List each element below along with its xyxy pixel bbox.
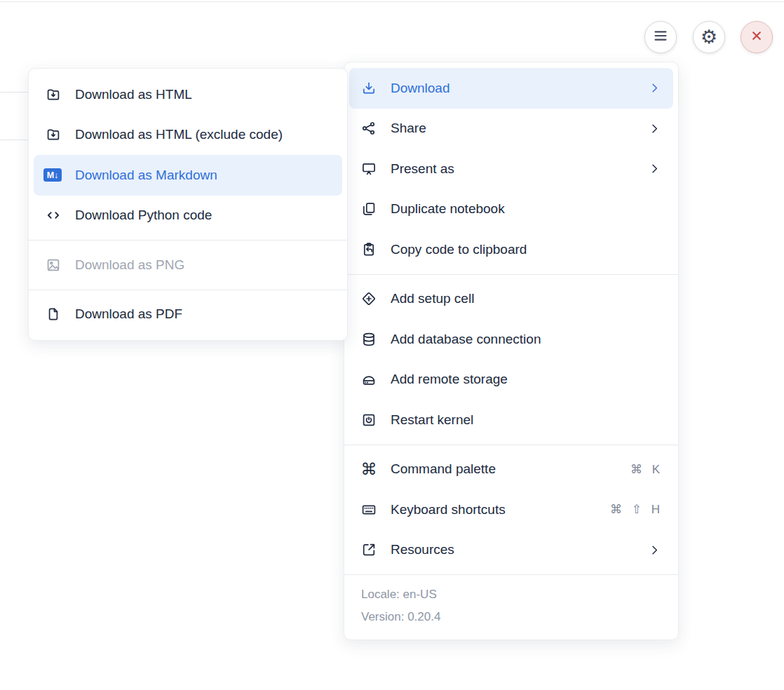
menu-separator (29, 240, 347, 241)
command-icon: ⌘ (360, 461, 377, 478)
menu-item-download-as-markdown[interactable]: M↓ Download as Markdown (34, 155, 342, 196)
menu-item-command-palette[interactable]: ⌘ Command palette ⌘ K (349, 449, 673, 490)
menu-footer: Locale: en-US Version: 0.20.4 (344, 579, 678, 634)
menu-item-label: Download as PNG (75, 257, 330, 273)
menu-item-label: Share (391, 121, 635, 136)
menu-item-label: Resources (391, 542, 635, 557)
menu-separator (344, 274, 678, 275)
menu-separator (29, 290, 347, 290)
main-menu-popup: Download Share Present as (344, 62, 679, 640)
menu-item-label: Restart kernel (391, 412, 661, 428)
menu-separator (344, 445, 678, 445)
download-icon (360, 80, 377, 97)
diamond-plus-icon (360, 290, 377, 307)
close-button[interactable] (741, 21, 773, 53)
menu-item-add-database-connection[interactable]: Add database connection (349, 319, 673, 360)
folder-download-icon (45, 126, 62, 143)
power-icon (360, 412, 377, 428)
version-text: Version: 0.20.4 (361, 606, 661, 628)
menu-item-label: Add setup cell (391, 291, 661, 306)
keyboard-icon (360, 501, 377, 518)
locale-text: Locale: en-US (361, 583, 661, 606)
duplicate-icon (360, 201, 377, 217)
markdown-badge-text: M↓ (43, 168, 62, 182)
chevron-right-icon (649, 163, 661, 175)
hamburger-menu-button[interactable] (644, 21, 677, 53)
menu-item-label: Keyboard shortcuts (391, 502, 597, 518)
file-icon (45, 306, 62, 323)
menu-item-download-python-code[interactable]: Download Python code (34, 196, 342, 236)
markdown-badge-icon: M↓ (45, 167, 62, 184)
menu-item-label: Copy code to clipboard (391, 242, 661, 257)
background-rule-2 (0, 140, 29, 140)
menu-item-label: Present as (391, 161, 635, 177)
menu-item-download[interactable]: Download (349, 68, 673, 109)
menu-item-label: Download as HTML (75, 87, 330, 102)
hamburger-icon (652, 27, 669, 47)
menu-item-restart-kernel[interactable]: Restart kernel (349, 400, 673, 440)
menu-item-duplicate-notebook[interactable]: Duplicate notebook (349, 189, 673, 230)
external-link-icon (360, 541, 377, 558)
close-icon (750, 29, 764, 46)
menu-item-label: Download Python code (75, 208, 330, 223)
menu-item-label: Duplicate notebook (391, 201, 661, 217)
storage-drive-icon (360, 371, 377, 388)
menu-item-label: Download as PDF (75, 306, 330, 322)
menu-item-share[interactable]: Share (349, 109, 673, 149)
settings-button[interactable]: ⚙ (693, 21, 725, 53)
menu-item-label: Download as Markdown (75, 168, 330, 183)
share-icon (360, 120, 377, 137)
menu-item-label: Add remote storage (391, 372, 661, 387)
menu-item-download-as-html-exclude-code[interactable]: Download as HTML (exclude code) (34, 115, 342, 156)
database-icon (360, 331, 377, 348)
menu-item-download-as-png: Download as PNG (34, 245, 342, 285)
chevron-right-icon (649, 544, 661, 556)
gear-icon: ⚙ (701, 28, 717, 47)
menu-item-label: Download (391, 81, 635, 96)
menu-item-label: Add database connection (391, 332, 661, 347)
menu-item-label: Download as HTML (exclude code) (75, 127, 330, 142)
presentation-icon (360, 161, 377, 177)
folder-download-icon (45, 86, 62, 103)
shortcut-hint: ⌘ ⇧ H (610, 502, 661, 517)
menu-item-present-as[interactable]: Present as (349, 149, 673, 189)
chevron-right-icon (649, 82, 661, 94)
menu-item-download-as-html[interactable]: Download as HTML (34, 74, 342, 115)
menu-item-label: Command palette (391, 461, 617, 477)
menu-item-resources[interactable]: Resources (349, 530, 673, 571)
menu-separator (344, 574, 678, 575)
menu-item-copy-code[interactable]: Copy code to clipboard (349, 229, 673, 270)
code-icon (45, 207, 62, 224)
chevron-right-icon (649, 123, 661, 135)
menu-item-add-remote-storage[interactable]: Add remote storage (349, 360, 673, 400)
image-icon (45, 257, 62, 273)
page-top-border (0, 1, 784, 2)
download-submenu-popup: Download as HTML Download as HTML (exclu… (28, 68, 348, 341)
clipboard-arrow-icon (360, 241, 377, 258)
menu-item-add-setup-cell[interactable]: Add setup cell (349, 279, 673, 320)
menu-item-download-as-pdf[interactable]: Download as PDF (34, 295, 342, 335)
background-rule-1 (0, 92, 29, 93)
shortcut-hint: ⌘ K (630, 462, 661, 477)
menu-item-keyboard-shortcuts[interactable]: Keyboard shortcuts ⌘ ⇧ H (349, 489, 673, 530)
